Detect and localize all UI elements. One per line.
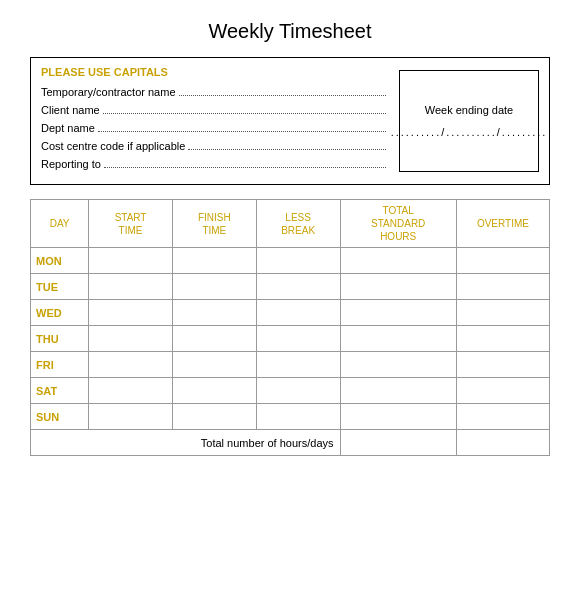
- data-cell: [89, 404, 173, 430]
- header-total: TOTALSTANDARDHOURS: [340, 200, 456, 248]
- timesheet-table: DAY STARTTIME FINISHTIME LESSBREAK TOTAL…: [30, 199, 550, 456]
- data-cell: [172, 274, 256, 300]
- page: Weekly Timesheet PLEASE USE CAPITALS Tem…: [30, 20, 550, 456]
- reporting-dots: [104, 167, 386, 168]
- info-box: PLEASE USE CAPITALS Temporary/contractor…: [30, 57, 550, 185]
- data-cell: [340, 378, 456, 404]
- table-header-row: DAY STARTTIME FINISHTIME LESSBREAK TOTAL…: [31, 200, 550, 248]
- field-contractor: Temporary/contractor name: [41, 86, 389, 98]
- data-cell: [340, 248, 456, 274]
- data-cell: [256, 300, 340, 326]
- day-cell: SAT: [31, 378, 89, 404]
- data-cell: [172, 326, 256, 352]
- header-day: DAY: [31, 200, 89, 248]
- data-cell: [256, 352, 340, 378]
- field-reporting: Reporting to: [41, 158, 389, 170]
- data-cell: [172, 352, 256, 378]
- data-cell: [256, 248, 340, 274]
- week-ending-label: Week ending date: [425, 104, 513, 116]
- info-left: PLEASE USE CAPITALS Temporary/contractor…: [41, 66, 389, 176]
- data-cell: [172, 300, 256, 326]
- header-break: LESSBREAK: [256, 200, 340, 248]
- day-cell: TUE: [31, 274, 89, 300]
- data-cell: [172, 248, 256, 274]
- data-cell: [340, 404, 456, 430]
- dept-label: Dept name: [41, 122, 95, 134]
- table-row: TUE: [31, 274, 550, 300]
- table-row: FRI: [31, 352, 550, 378]
- total-row: Total number of hours/days: [31, 430, 550, 456]
- field-dept: Dept name: [41, 122, 389, 134]
- data-cell: [456, 274, 549, 300]
- data-cell: [89, 274, 173, 300]
- header-overtime: OVERTIME: [456, 200, 549, 248]
- reporting-label: Reporting to: [41, 158, 101, 170]
- table-row: SUN: [31, 404, 550, 430]
- data-cell: [456, 378, 549, 404]
- day-cell: WED: [31, 300, 89, 326]
- page-title: Weekly Timesheet: [30, 20, 550, 43]
- field-client: Client name: [41, 104, 389, 116]
- data-cell: [89, 352, 173, 378]
- data-cell: [340, 300, 456, 326]
- data-cell: [340, 274, 456, 300]
- client-label: Client name: [41, 104, 100, 116]
- data-cell: [256, 274, 340, 300]
- capitals-label: PLEASE USE CAPITALS: [41, 66, 389, 78]
- contractor-dots: [179, 95, 387, 96]
- data-cell: [89, 300, 173, 326]
- day-cell: SUN: [31, 404, 89, 430]
- dept-dots: [98, 131, 386, 132]
- data-cell: [256, 404, 340, 430]
- table-row: THU: [31, 326, 550, 352]
- week-ending-value: ........../........../.........: [391, 126, 548, 138]
- data-cell: [89, 248, 173, 274]
- client-dots: [103, 113, 386, 114]
- cost-label: Cost centre code if applicable: [41, 140, 185, 152]
- data-cell: [340, 352, 456, 378]
- table-row: MON: [31, 248, 550, 274]
- data-cell: [456, 352, 549, 378]
- data-cell: [172, 404, 256, 430]
- week-ending-box: Week ending date ........../........../.…: [399, 70, 539, 172]
- cost-dots: [188, 149, 386, 150]
- data-cell: [340, 326, 456, 352]
- day-cell: MON: [31, 248, 89, 274]
- total-label: Total number of hours/days: [31, 430, 341, 456]
- table-row: WED: [31, 300, 550, 326]
- data-cell: [456, 326, 549, 352]
- data-cell: [456, 300, 549, 326]
- total-value-cell: [340, 430, 456, 456]
- data-cell: [172, 378, 256, 404]
- contractor-label: Temporary/contractor name: [41, 86, 176, 98]
- data-cell: [89, 378, 173, 404]
- header-start: STARTTIME: [89, 200, 173, 248]
- data-cell: [456, 248, 549, 274]
- total-value-cell: [456, 430, 549, 456]
- header-finish: FINISHTIME: [172, 200, 256, 248]
- data-cell: [256, 378, 340, 404]
- data-cell: [456, 404, 549, 430]
- field-cost: Cost centre code if applicable: [41, 140, 389, 152]
- data-cell: [256, 326, 340, 352]
- day-cell: FRI: [31, 352, 89, 378]
- data-cell: [89, 326, 173, 352]
- day-cell: THU: [31, 326, 89, 352]
- table-row: SAT: [31, 378, 550, 404]
